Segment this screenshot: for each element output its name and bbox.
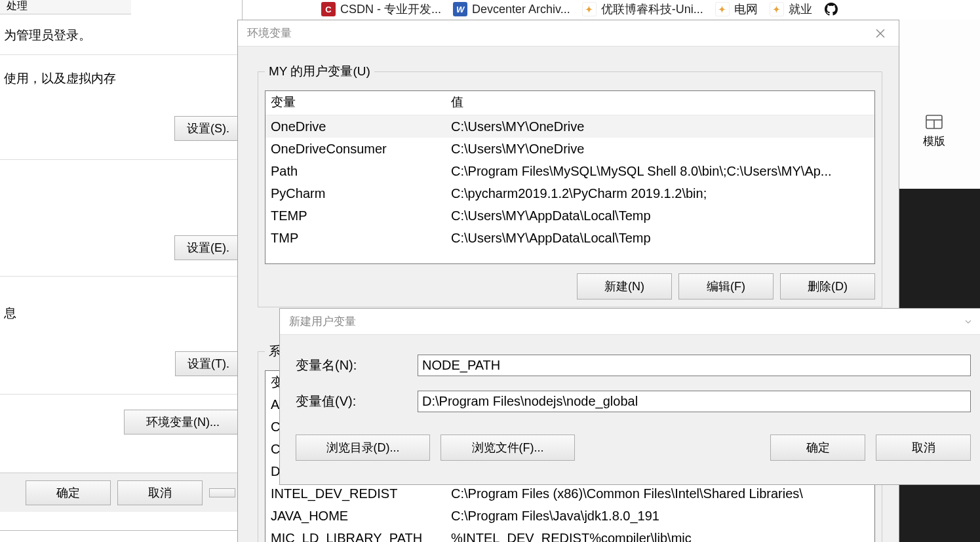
right-panel: 模版: [898, 20, 980, 189]
bookmark-label: 电网: [734, 1, 758, 17]
newvar-cancel-button[interactable]: 取消: [876, 435, 971, 461]
github-icon: [824, 2, 838, 16]
col-var: 变量: [271, 94, 451, 111]
sysprop-cancel-button[interactable]: 取消: [117, 480, 203, 505]
template-label: 模版: [914, 134, 954, 149]
bookmark-label: Devcenter Archiv...: [472, 3, 570, 16]
system-properties-dialog: 为管理员登录。 使用，以及虚拟内存 设置(S). 设置(E). 息 设置(T).…: [0, 0, 243, 531]
var-name-input[interactable]: [418, 355, 971, 376]
sysprop-bottom-bar: 确定 取消: [0, 473, 242, 512]
bookmark-csdn[interactable]: C CSDN - 专业开发...: [321, 1, 441, 17]
bookmarks-bar: C CSDN - 专业开发... W Devcenter Archiv... ✦…: [321, 0, 980, 18]
delete-button[interactable]: 删除(D): [780, 273, 875, 300]
browse-file-button[interactable]: 浏览文件(F)...: [441, 435, 575, 461]
settings-e-button[interactable]: 设置(E).: [174, 235, 242, 260]
table-row[interactable]: TEMP C:\Users\MY\AppData\Local\Temp: [265, 204, 874, 227]
new-user-variable-dialog: 新建用户变量 变量名(N): 变量值(V): 浏览目录(D)... 浏览文件(F…: [279, 308, 980, 485]
table-row[interactable]: INTEL_DEV_REDIST C:\Program Files (x86)\…: [265, 482, 874, 505]
newvar-title: 新建用户变量: [289, 314, 356, 329]
close-icon[interactable]: [950, 309, 980, 335]
bookmark-uni[interactable]: ✦ 优联博睿科技-Uni...: [582, 1, 703, 17]
table-row[interactable]: PyCharm C:\pycharm2019.1.2\PyCharm 2019.…: [265, 182, 874, 204]
uni-icon: ✦: [582, 2, 597, 16]
bookmark-grid[interactable]: ✦ 电网: [715, 1, 758, 17]
table-row[interactable]: OneDriveConsumer C:\Users\MY\OneDrive: [265, 138, 874, 160]
settings-t-button[interactable]: 设置(T).: [175, 351, 242, 376]
envvar-titlebar: 环境变量: [238, 20, 899, 47]
var-value-label: 变量值(V):: [296, 393, 418, 410]
bookmark-github[interactable]: [824, 2, 843, 16]
bookmark-label: CSDN - 专业开发...: [340, 1, 441, 17]
sysprop-line2: 使用，以及虚拟内存: [4, 70, 116, 87]
table-header: 变量 值: [265, 91, 874, 115]
grid-icon: ✦: [715, 2, 730, 16]
close-icon[interactable]: [862, 20, 899, 47]
bookmark-jobs[interactable]: ✦ 就业: [770, 1, 812, 17]
user-vars-table[interactable]: 变量 值 OneDrive C:\Users\MY\OneDrive OneDr…: [265, 90, 875, 264]
newvar-titlebar: 新建用户变量: [280, 309, 980, 335]
table-row[interactable]: MIC_LD_LIBRARY_PATH %INTEL_DEV_REDIST%co…: [265, 527, 874, 542]
var-value-input[interactable]: [418, 391, 971, 412]
tab-partial[interactable]: 处理: [0, 0, 131, 14]
newvar-ok-button[interactable]: 确定: [770, 435, 865, 461]
bookmark-label: 优联博睿科技-Uni...: [601, 1, 703, 17]
new-button[interactable]: 新建(N): [577, 273, 672, 300]
sysprop-line3: 息: [4, 305, 16, 322]
table-row[interactable]: JAVA_HOME C:\Program Files\Java\jdk1.8.0…: [265, 505, 874, 527]
sysprop-ok-button[interactable]: 确定: [26, 480, 111, 505]
devcenter-icon: W: [453, 2, 467, 16]
newvar-buttons: 浏览目录(D)... 浏览文件(F)... 确定 取消: [280, 427, 980, 461]
user-vars-group: MY 的用户变量(U) 变量 值 OneDrive C:\Users\MY\On…: [258, 71, 882, 307]
browse-dir-button[interactable]: 浏览目录(D)...: [296, 435, 430, 461]
sysprop-apply-button[interactable]: [209, 488, 235, 497]
user-vars-buttons: 新建(N) 编辑(F) 删除(D): [258, 271, 882, 300]
col-val: 值: [451, 94, 869, 111]
table-row[interactable]: OneDrive C:\Users\MY\OneDrive: [265, 115, 874, 138]
table-row[interactable]: Path C:\Program Files\MySQL\MySQL Shell …: [265, 160, 874, 182]
csdn-icon: C: [321, 2, 336, 16]
bookmark-devcenter[interactable]: W Devcenter Archiv...: [453, 2, 570, 16]
tab-partial-label: 处理: [7, 0, 28, 13]
jobs-icon: ✦: [770, 2, 784, 16]
templates-button[interactable]: 模版: [914, 115, 954, 149]
sysprop-line1: 为管理员登录。: [4, 27, 91, 44]
table-row[interactable]: TMP C:\Users\MY\AppData\Local\Temp: [265, 227, 874, 249]
edit-button[interactable]: 编辑(F): [678, 273, 774, 300]
env-variables-button[interactable]: 环境变量(N)...: [124, 410, 242, 435]
envvar-title: 环境变量: [247, 26, 292, 41]
bookmark-label: 就业: [789, 1, 812, 17]
settings-s-button[interactable]: 设置(S).: [174, 116, 242, 141]
user-vars-label: MY 的用户变量(U): [265, 63, 374, 80]
var-name-label: 变量名(N):: [296, 357, 418, 374]
